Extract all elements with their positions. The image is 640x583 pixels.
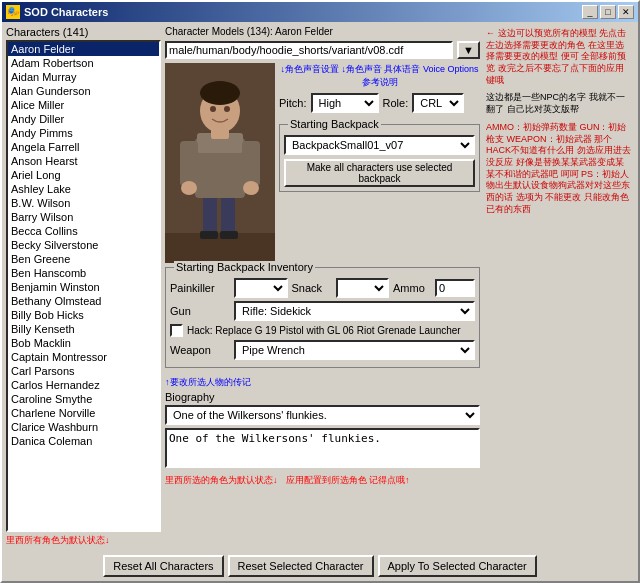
list-item[interactable]: Carlos Hernandez	[8, 378, 159, 392]
bottom-status-row: 里西所选的角色为默认状态↓ 应用配置到所选角色 记得点哦↑	[165, 474, 480, 487]
painkiller-snack-row: Painkiller Snack Ammo	[170, 278, 475, 298]
role-select[interactable]: CRL OTH	[412, 93, 464, 113]
list-item[interactable]: Aidan Murray	[8, 70, 159, 84]
list-item[interactable]: Billy Bob Hicks	[8, 308, 159, 322]
reset-selected-button[interactable]: Reset Selected Character	[228, 555, 374, 577]
title-bar: 🎭 SOD Characters _ □ ✕	[2, 2, 638, 22]
inventory-section: Starting Backpack Inventory Painkiller S…	[165, 267, 480, 368]
list-item[interactable]: Bethany Olmstead	[8, 294, 159, 308]
characters-panel: Characters (141) Aaron FelderAdam Robert…	[6, 26, 161, 547]
characters-list[interactable]: Aaron FelderAdam RobertsonAidan MurrayAl…	[6, 40, 161, 532]
painkiller-label: Painkiller	[170, 282, 230, 294]
close-button[interactable]: ✕	[618, 5, 634, 19]
hack-text: Hack: Replace G 19 Pistol with GL 06 Rio…	[187, 325, 475, 336]
list-item[interactable]: Benjamin Winston	[8, 280, 159, 294]
reset-all-button[interactable]: Reset All Characters	[103, 555, 223, 577]
pitch-label: Pitch:	[279, 97, 307, 109]
svg-point-11	[243, 181, 259, 195]
pitch-role-row: Pitch: High Low Medium Role: CRL OTH	[279, 93, 480, 113]
list-item[interactable]: Andy Diller	[8, 112, 159, 126]
char-display: ↓角色声音设置 ↓角色声音 具体语音 Voice Options 参考说明 Pi…	[165, 63, 480, 263]
list-item[interactable]: Becca Collins	[8, 224, 159, 238]
list-item[interactable]: Becky Silverstone	[8, 238, 159, 252]
svg-rect-5	[220, 231, 238, 239]
minimize-button[interactable]: _	[582, 5, 598, 19]
svg-rect-4	[200, 231, 218, 239]
voice-title: ↓角色声音设置 ↓角色声音 具体语音 Voice Options 参考说明	[279, 63, 480, 89]
svg-point-14	[200, 81, 240, 105]
pitch-select[interactable]: High Low Medium	[311, 93, 379, 113]
list-item[interactable]: Caroline Smythe	[8, 392, 159, 406]
apply-button[interactable]: Apply To Selected Character	[378, 555, 537, 577]
snack-select[interactable]	[336, 278, 390, 298]
hack-row: Hack: Replace G 19 Pistol with GL 06 Rio…	[170, 324, 475, 337]
apply-note: 应用配置到所选角色 记得点哦↑	[286, 474, 410, 487]
weapon-select[interactable]: Pipe Wrench Baseball Bat Hatchet	[234, 340, 475, 360]
list-item[interactable]: Charlene Norville	[8, 406, 159, 420]
model-browse-button[interactable]: ▼	[457, 41, 480, 59]
char-right-panel: ↓角色声音设置 ↓角色声音 具体语音 Voice Options 参考说明 Pi…	[279, 63, 480, 263]
bio-change-note: ↑要改所选人物的传记	[165, 376, 480, 389]
bottom-buttons-bar: Reset All Characters Reset Selected Char…	[2, 551, 638, 581]
weapon-row: Weapon Pipe Wrench Baseball Bat Hatchet	[170, 340, 475, 360]
snack-label: Snack	[292, 282, 332, 294]
biography-section: ↑要改所选人物的传记 Biography One of the Wilkerso…	[165, 376, 480, 470]
gun-row: Gun Rifle: Sidekick Pistol: G19 Shotgun	[170, 301, 475, 321]
list-item[interactable]: Alan Gunderson	[8, 84, 159, 98]
svg-point-16	[224, 106, 230, 112]
painkiller-select[interactable]	[234, 278, 288, 298]
right-annotations-panel: ← 这边可以预览所有的模型 先点击左边选择需要更改的角色 在这里选择需要更改的模…	[484, 26, 634, 547]
title-bar-left: 🎭 SOD Characters	[6, 5, 108, 19]
list-item[interactable]: Clarice Washburn	[8, 420, 159, 434]
ammo-input[interactable]	[435, 279, 475, 297]
model-path-input[interactable]	[165, 41, 453, 59]
title-buttons: _ □ ✕	[582, 5, 634, 19]
bio-select[interactable]: One of the Wilkersons' flunkies.	[165, 405, 480, 425]
list-item[interactable]: Ben Hanscomb	[8, 266, 159, 280]
backpack-select[interactable]: BackpackSmall01_v07 BackpackLarge01_v04	[284, 135, 475, 155]
list-item[interactable]: Aaron Felder	[8, 42, 159, 56]
middle-panel: Character Models (134): Aaron Felder ▼	[165, 26, 480, 547]
hack-checkbox[interactable]	[170, 324, 183, 337]
svg-point-15	[210, 106, 216, 112]
annotation-npc: 这边都是一些NPC的名字 我就不一翻了 自己比对英文版帮	[486, 92, 632, 115]
bio-textarea[interactable]: One of the Wilkersons' flunkies.	[165, 428, 480, 468]
maximize-button[interactable]: □	[600, 5, 616, 19]
make-all-button[interactable]: Make all characters use selected backpac…	[284, 159, 475, 187]
list-item[interactable]: Ashley Lake	[8, 182, 159, 196]
gun-label: Gun	[170, 305, 230, 317]
list-item[interactable]: Ben Greene	[8, 252, 159, 266]
window-title: SOD Characters	[24, 6, 108, 18]
backpack-group: Starting Backpack BackpackSmall01_v07 Ba…	[279, 124, 480, 192]
svg-rect-8	[180, 141, 198, 186]
role-label: Role:	[383, 97, 409, 109]
main-content: Characters (141) Aaron FelderAdam Robert…	[2, 22, 638, 551]
list-item[interactable]: Alice Miller	[8, 98, 159, 112]
list-item[interactable]: Angela Farrell	[8, 140, 159, 154]
inventory-title: Starting Backpack Inventory	[174, 261, 315, 273]
default-note-left: 里西所有角色为默认状态↓	[6, 534, 161, 547]
gun-select[interactable]: Rifle: Sidekick Pistol: G19 Shotgun	[234, 301, 475, 321]
weapon-label: Weapon	[170, 344, 230, 356]
app-icon: 🎭	[6, 5, 20, 19]
character-models-label: Character Models (134): Aaron Felder	[165, 26, 333, 37]
model-row: Character Models (134): Aaron Felder	[165, 26, 480, 37]
list-item[interactable]: Ariel Long	[8, 168, 159, 182]
list-item[interactable]: Bob Macklin	[8, 336, 159, 350]
list-item[interactable]: Billy Kenseth	[8, 322, 159, 336]
make-all-row: Make all characters use selected backpac…	[284, 159, 475, 187]
svg-rect-9	[242, 141, 260, 186]
list-item[interactable]: Anson Hearst	[8, 154, 159, 168]
annotation-model: ← 这边可以预览所有的模型 先点击左边选择需要更改的角色 在这里选择需要更改的模…	[486, 28, 632, 86]
characters-label: Characters (141)	[6, 26, 161, 38]
list-item[interactable]: Barry Wilson	[8, 210, 159, 224]
list-item[interactable]: Andy Pimms	[8, 126, 159, 140]
list-item[interactable]: Captain Montressor	[8, 350, 159, 364]
ammo-label: Ammo	[393, 282, 431, 294]
list-item[interactable]: B.W. Wilson	[8, 196, 159, 210]
list-item[interactable]: Adam Robertson	[8, 56, 159, 70]
character-preview	[165, 63, 275, 263]
svg-rect-1	[165, 233, 275, 263]
list-item[interactable]: Danica Coleman	[8, 434, 159, 448]
list-item[interactable]: Carl Parsons	[8, 364, 159, 378]
